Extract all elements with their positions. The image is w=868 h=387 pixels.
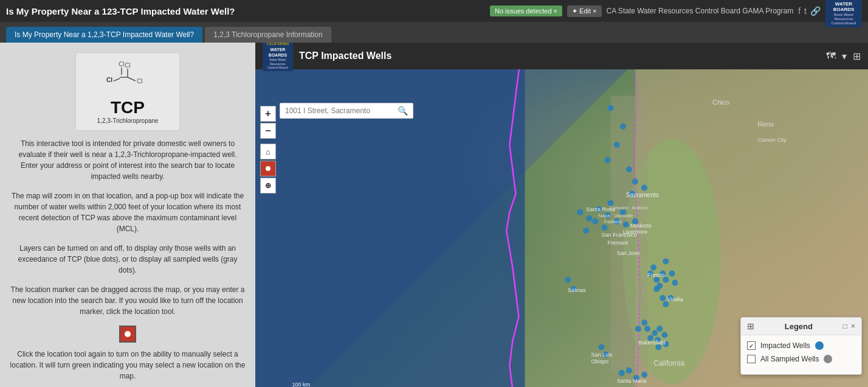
- svg-text:Chico: Chico: [712, 99, 729, 106]
- svg-text:· Fairfield: · Fairfield: [602, 219, 622, 225]
- facebook-icon[interactable]: f: [798, 6, 801, 16]
- svg-text:Concord · Antioch: Concord · Antioch: [610, 205, 649, 211]
- org-name: CA State Water Resources Control Board G…: [607, 7, 794, 15]
- twitter-icon[interactable]: t: [804, 6, 807, 16]
- map-controls: + − ⌂ ⊕: [260, 106, 276, 194]
- molecule-display: Cl Cl Cl Cl TCP 1,2,3-Trichloropropane: [75, 52, 180, 131]
- svg-text:Cl: Cl: [125, 62, 130, 69]
- edit-badge[interactable]: ✦ Edit ×: [567, 5, 602, 17]
- water-boards-map-logo: CALIFORNIA WATER BOARDS State Water Reso…: [263, 43, 293, 71]
- svg-point-49: [644, 326, 650, 332]
- svg-point-15: [620, 124, 626, 130]
- page-title: Is My Property Near a 123-TCP Impacted W…: [6, 6, 235, 16]
- map-title: TCP Impacted Wells: [299, 51, 826, 61]
- location-toggle-red[interactable]: [260, 161, 276, 176]
- tcp-label: TCP: [88, 98, 167, 117]
- svg-text:Obispo: Obispo: [591, 358, 608, 364]
- tab-info[interactable]: 1,2,3 Tichloropropane Information: [205, 27, 331, 43]
- legend-checkbox-sampled[interactable]: [747, 355, 756, 363]
- svg-point-34: [565, 277, 571, 283]
- svg-point-54: [661, 332, 667, 338]
- legend-item-impacted: ✓ Impacted Wells: [747, 341, 855, 350]
- svg-point-16: [614, 142, 620, 148]
- no-issues-label: No issues detected ×: [495, 7, 557, 15]
- zoom-out-button[interactable]: −: [260, 123, 276, 139]
- svg-point-14: [608, 105, 614, 111]
- legend-header: ⊞ Legend □ ×: [741, 318, 861, 335]
- svg-point-32: [641, 184, 647, 190]
- legend-dot-impacted: [815, 341, 824, 350]
- svg-text:San Luis: San Luis: [591, 352, 613, 358]
- search-input[interactable]: [285, 106, 398, 115]
- search-icon[interactable]: 🔍: [398, 106, 408, 116]
- svg-point-56: [635, 326, 641, 332]
- svg-text:Visalia: Visalia: [667, 296, 683, 302]
- svg-point-42: [669, 271, 675, 277]
- svg-text:San Jose: San Jose: [617, 250, 640, 256]
- svg-point-44: [672, 280, 678, 286]
- left-para-4: The location marker can be dragged acros…: [10, 284, 246, 317]
- svg-point-62: [626, 368, 632, 374]
- svg-text:California: California: [653, 359, 684, 368]
- svg-text:Cl: Cl: [119, 61, 124, 68]
- svg-text:Santa Maria: Santa Maria: [617, 378, 647, 384]
- tcp-sublabel: 1,2,3-Trichloropropane: [88, 117, 167, 124]
- svg-text:Bakersfield: Bakersfield: [638, 340, 666, 346]
- legend-label-sampled: All Sampled Wells: [760, 355, 819, 363]
- legend-minimize-button[interactable]: □: [843, 322, 847, 330]
- left-para-5: Click the location tool again to turn on…: [10, 349, 246, 382]
- svg-point-19: [577, 209, 583, 215]
- svg-point-26: [602, 225, 608, 231]
- svg-text:Salinas: Salinas: [568, 287, 586, 293]
- svg-text:Reno: Reno: [758, 120, 774, 128]
- location-icon-red-container: [10, 326, 246, 343]
- svg-text:Napa · Vacaville: Napa · Vacaville: [598, 213, 633, 218]
- svg-line-3: [114, 78, 120, 81]
- map-chevron-icon[interactable]: ▾: [842, 51, 847, 62]
- svg-point-55: [641, 319, 647, 326]
- zoom-in-button[interactable]: +: [260, 106, 276, 122]
- link-icon[interactable]: 🔗: [810, 6, 821, 16]
- map-layers-icon[interactable]: ⊞: [853, 51, 861, 62]
- map-bookmark-icon[interactable]: 🗺: [826, 51, 836, 61]
- svg-text:Livermore: Livermore: [623, 229, 647, 235]
- top-bar: Is My Property Near a 123-TCP Impacted W…: [0, 0, 868, 22]
- main-content: Cl Cl Cl Cl TCP 1,2,3-Trichloropropane T…: [0, 43, 868, 387]
- svg-point-17: [605, 157, 611, 163]
- molecule-area: Cl Cl Cl Cl TCP 1,2,3-Trichloropropane: [10, 52, 246, 131]
- svg-text:Sacramento: Sacramento: [626, 192, 660, 198]
- legend-close-button[interactable]: ×: [851, 322, 855, 330]
- edit-label: ✦ Edit ×: [572, 7, 597, 15]
- globe-button[interactable]: ⊕: [260, 178, 276, 194]
- social-icons: f t 🔗: [798, 6, 821, 16]
- legend-label-impacted: Impacted Wells: [760, 341, 810, 350]
- location-icon-red-inner: [125, 331, 131, 337]
- left-para-1: This interactive tool is intended for pr…: [10, 138, 246, 182]
- svg-text:Fresno: Fresno: [647, 272, 664, 278]
- legend-body: ✓ Impacted Wells All Sampled Wells: [741, 335, 861, 374]
- no-issues-badge[interactable]: No issues detected ×: [490, 5, 562, 16]
- left-para-3: Layers can be turned on and off, to disp…: [10, 243, 246, 276]
- svg-point-20: [586, 215, 592, 221]
- map-header: CALIFORNIA WATER BOARDS State Water Reso…: [255, 43, 868, 69]
- svg-point-64: [641, 372, 647, 378]
- svg-point-46: [660, 295, 666, 301]
- svg-point-59: [598, 344, 604, 350]
- legend-item-sampled: All Sampled Wells: [747, 355, 855, 363]
- legend-checkbox-impacted[interactable]: ✓: [747, 341, 756, 350]
- svg-text:Cl: Cl: [106, 77, 112, 83]
- svg-text:Carson City: Carson City: [758, 137, 787, 143]
- tab-property[interactable]: Is My Property Near a 1,2,3-TCP Impacted…: [6, 27, 202, 43]
- left-panel: Cl Cl Cl Cl TCP 1,2,3-Trichloropropane T…: [0, 43, 255, 387]
- svg-point-50: [652, 330, 658, 336]
- top-right-controls: No issues detected × ✦ Edit × CA State W…: [490, 0, 862, 27]
- location-icon-red[interactable]: [119, 326, 136, 343]
- legend-panel: ⊞ Legend □ × ✓ Impacted Wells A: [740, 317, 862, 375]
- svg-text:Cl: Cl: [137, 78, 142, 85]
- home-button[interactable]: ⌂: [260, 144, 276, 159]
- molecule-svg: Cl Cl Cl Cl: [88, 59, 167, 96]
- svg-text:100 km: 100 km: [292, 382, 310, 387]
- map-canvas[interactable]: Nevada California Sacramento Santa Rosa …: [255, 69, 868, 387]
- water-boards-logo: CALIFORNIA WATER BOARDS State Water Reso…: [825, 0, 862, 27]
- svg-point-51: [656, 326, 663, 332]
